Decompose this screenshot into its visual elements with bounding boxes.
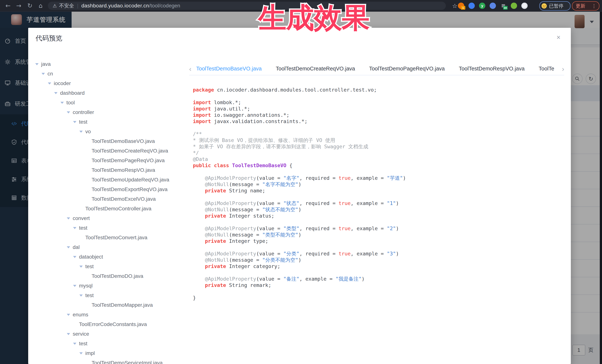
tree-node-folder[interactable]: mysql xyxy=(35,281,192,291)
tree-node-folder[interactable]: test xyxy=(35,223,192,233)
tab-file-1[interactable]: ToolTestDemoCreateReqVO.java xyxy=(276,64,355,75)
code-line: @ApiModelProperty(value = "名字", required… xyxy=(193,175,406,181)
update-chip[interactable]: 更新 ⋮ xyxy=(572,1,599,10)
code-token: "分类" xyxy=(283,251,300,257)
code-token: package xyxy=(193,87,214,93)
tree-node-file[interactable]: ToolErrorCodeConstants.java xyxy=(35,320,192,329)
tree-node-folder[interactable]: dataobject xyxy=(35,252,192,262)
tree-node-label: controller xyxy=(73,109,94,115)
paused-chip[interactable]: 已暂停 xyxy=(539,1,570,10)
tree-node-folder[interactable]: vo xyxy=(35,127,192,136)
tab-next-icon[interactable]: › xyxy=(562,65,564,73)
code-viewer[interactable]: package cn.iocoder.dashboard.modules.too… xyxy=(193,87,406,301)
tree-node-folder[interactable]: dashboard xyxy=(35,88,192,98)
forward-icon[interactable]: → xyxy=(13,0,24,11)
code-token: private xyxy=(205,188,226,194)
code-token: import xyxy=(193,112,211,118)
tree-node-file[interactable]: ToolTestDemoPageReqVO.java xyxy=(35,156,192,165)
tab-file-2[interactable]: ToolTestDemoPageReqVO.java xyxy=(369,64,445,75)
tab-file-4[interactable]: ToolTe xyxy=(539,64,554,75)
reload-icon[interactable]: ↻ xyxy=(24,0,35,11)
code-token: @NotNull xyxy=(205,181,229,187)
code-token: (value = xyxy=(256,200,283,206)
file-tab-bar: ‹ ToolTestDemoBaseVO.javaToolTestDemoCre… xyxy=(189,64,564,75)
tree-node-folder[interactable]: enums xyxy=(35,310,192,320)
url-path[interactable]: /tool/codegen xyxy=(149,3,180,9)
tree-node-folder[interactable]: test xyxy=(35,291,192,300)
code-token: (value = xyxy=(256,226,283,231)
code-token: String remark; xyxy=(226,282,271,288)
code-line: * 测试示例 Base VO，提供给添加、修改、详细的子 VO 使用 xyxy=(193,137,406,144)
tree-node-folder[interactable]: cn xyxy=(35,69,192,79)
tab-prev-icon[interactable]: ‹ xyxy=(189,65,191,73)
tree-node-file[interactable]: ToolTestDemoExportReqVO.java xyxy=(35,185,192,194)
tree-node-folder[interactable]: test xyxy=(35,262,192,271)
tree-node-label: ToolTestDemoRespVO.java xyxy=(92,167,155,173)
tree-node-folder[interactable]: impl xyxy=(35,348,192,358)
gem-extension-icon[interactable] xyxy=(468,3,475,9)
tree-node-file[interactable]: ToolTestDemoMapper.java xyxy=(35,300,192,310)
tree-node-label: test xyxy=(79,119,87,125)
code-token: @NotNull xyxy=(205,232,229,238)
tree-node-file[interactable]: ToolTestDemoCreateReqVO.java xyxy=(35,146,192,156)
tree-node-folder[interactable]: dal xyxy=(35,242,192,252)
code-token: @NotNull xyxy=(205,257,229,263)
tab-file-3[interactable]: ToolTestDemoRespVO.java xyxy=(459,64,525,75)
bookmark-star-icon[interactable]: ☆ xyxy=(452,2,458,10)
tree-node-label: test xyxy=(85,264,94,270)
close-icon[interactable]: × xyxy=(557,34,560,41)
code-token: , example = xyxy=(299,276,335,282)
url-host[interactable]: dashboard.yudao.iocoder.cn xyxy=(81,3,149,9)
tree-node-folder[interactable]: java xyxy=(35,59,192,69)
annotation-text: 生成效果 生成效果 xyxy=(258,3,369,33)
tree-node-folder[interactable]: test xyxy=(35,339,192,348)
dark-on-extension-icon[interactable]: on xyxy=(500,3,506,9)
code-token: ) xyxy=(396,226,399,231)
code-token: "类型" xyxy=(283,226,300,231)
puzzle-extension-icon[interactable] xyxy=(521,3,528,9)
blue-squares-extension-icon[interactable] xyxy=(490,3,496,9)
window-scrollbar[interactable] xyxy=(600,11,602,364)
code-token: ) xyxy=(362,276,365,282)
code-token: java.util.*; xyxy=(211,106,250,112)
browser-menu-icon[interactable]: ⋮ xyxy=(591,3,596,9)
code-line: package cn.iocoder.dashboard.modules.too… xyxy=(193,87,406,93)
code-token xyxy=(193,251,205,257)
url-bar[interactable]: ⚠ 不安全 | dashboard.yudao.iocoder.cn /tool… xyxy=(48,2,446,10)
green-y-extension-icon[interactable]: y xyxy=(479,3,485,9)
tree-node-folder[interactable]: controller xyxy=(35,107,192,117)
tree-node-file[interactable]: ToolTestDemoDO.java xyxy=(35,271,192,281)
back-icon[interactable]: ← xyxy=(3,0,13,11)
code-token: { xyxy=(286,163,292,168)
home-icon[interactable]: ⌂ xyxy=(35,0,46,11)
code-token: private xyxy=(205,282,226,288)
tree-node-file[interactable]: ToolTestDemoRespVO.java xyxy=(35,165,192,175)
code-token: Integer category; xyxy=(226,263,280,269)
tree-node-file[interactable]: ToolTestDemoConvert.java xyxy=(35,233,192,242)
security-label[interactable]: 不安全 xyxy=(59,2,74,9)
tree-node-folder[interactable]: convert xyxy=(35,214,192,223)
tree-node-label: convert xyxy=(73,215,90,221)
tree-node-file[interactable]: ToolTestDemoUpdateReqVO.java xyxy=(35,175,192,185)
code-token: javax.validation.constraints.*; xyxy=(211,118,308,124)
tree-node-file[interactable]: ToolTestDemoController.java xyxy=(35,204,192,214)
caret-down-icon xyxy=(79,352,83,354)
tree-node-folder[interactable]: tool xyxy=(35,98,192,107)
code-token xyxy=(193,238,205,244)
tree-node-label: ToolTestDemoBaseVO.java xyxy=(92,138,155,144)
code-token: , example = xyxy=(351,251,387,257)
tab-file-0[interactable]: ToolTestDemoBaseVO.java xyxy=(196,64,262,75)
tree-node-label: dal xyxy=(73,244,80,250)
sync-extension-icon[interactable]: 1 xyxy=(458,3,464,9)
tree-node-label: tool xyxy=(66,100,75,106)
code-token xyxy=(193,263,205,269)
tree-node-file[interactable]: ToolTestDemoExcelVO.java xyxy=(35,194,192,204)
tree-node-folder[interactable]: iocoder xyxy=(35,79,192,88)
tree-node-folder[interactable]: service xyxy=(35,329,192,339)
code-token: "名字不能为空" xyxy=(262,181,298,187)
tree-node-folder[interactable]: test xyxy=(35,117,192,127)
leaf-extension-icon[interactable] xyxy=(511,3,517,9)
tree-node-file[interactable]: ToolTestDemoServiceImpl.java xyxy=(35,358,192,364)
tree-node-label: ToolTestDemoDO.java xyxy=(92,273,143,279)
tree-node-file[interactable]: ToolTestDemoBaseVO.java xyxy=(35,136,192,146)
